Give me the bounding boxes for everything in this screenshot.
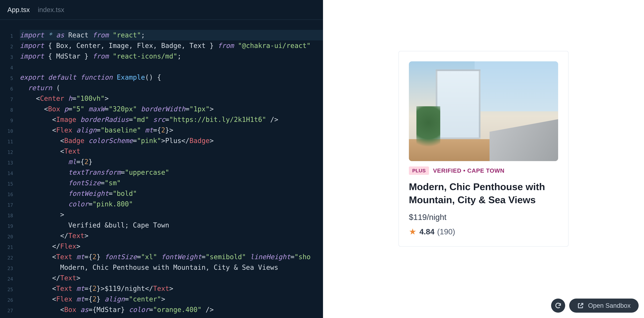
editor-pane: App.tsx index.tsx 1234567891011121314151…	[0, 0, 323, 318]
open-sandbox-label: Open Sandbox	[588, 302, 630, 309]
code-content: import * as React from "react";import { …	[20, 30, 323, 318]
line-gutter: 1234567891011121314151617181920212223242…	[0, 30, 20, 318]
rating-score: 4.84	[420, 227, 434, 236]
open-sandbox-button[interactable]: Open Sandbox	[569, 299, 639, 313]
external-link-icon	[577, 302, 584, 309]
meta-row: PLUS VERIFIED • CAPE TOWN	[409, 166, 558, 175]
rating-row: ★ 4.84 (190)	[409, 227, 558, 236]
listing-image	[409, 61, 558, 161]
refresh-button[interactable]	[551, 299, 565, 313]
rating-count: (190)	[437, 227, 455, 236]
listing-price: $119/night	[409, 213, 558, 222]
tabs-bar: App.tsx index.tsx	[0, 0, 323, 20]
preview-toolbar: Open Sandbox	[551, 299, 639, 313]
preview-pane: PLUS VERIFIED • CAPE TOWN Modern, Chic P…	[323, 0, 644, 318]
listing-title: Modern, Chic Penthouse with Mountain, Ci…	[409, 180, 558, 207]
tab-index-tsx[interactable]: index.tsx	[38, 6, 64, 13]
star-icon: ★	[409, 228, 416, 236]
listing-card: PLUS VERIFIED • CAPE TOWN Modern, Chic P…	[398, 51, 568, 247]
meta-text: VERIFIED • CAPE TOWN	[433, 167, 504, 174]
tab-app-tsx[interactable]: App.tsx	[8, 6, 30, 13]
code-editor[interactable]: 1234567891011121314151617181920212223242…	[0, 20, 323, 318]
plus-badge: PLUS	[409, 166, 429, 175]
refresh-icon	[554, 302, 562, 309]
